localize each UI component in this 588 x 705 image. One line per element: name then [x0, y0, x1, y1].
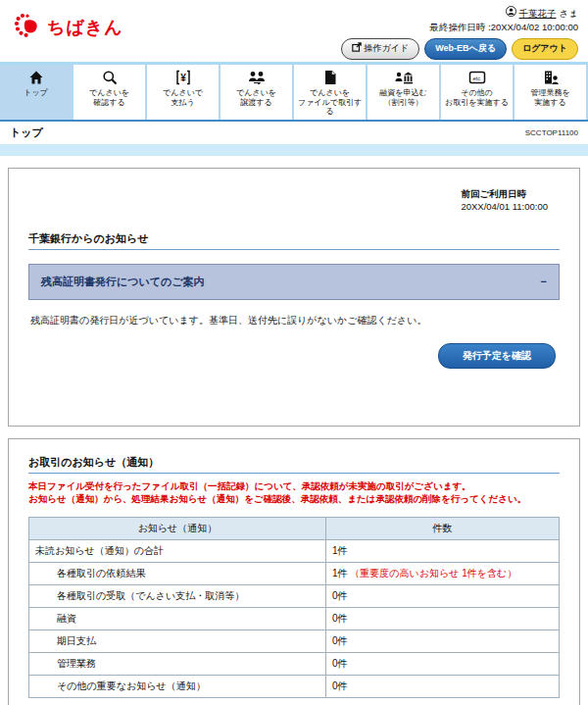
- bank-news-section-title: 千葉銀行からのお知らせ: [28, 231, 560, 250]
- bank-news-panel: 前回ご利用日時 20XX/04/01 11:00:00 千葉銀行からのお知らせ …: [8, 168, 580, 427]
- tab-densai-confirm[interactable]: でんさいを確認する: [74, 65, 147, 120]
- page-accent-band: [0, 144, 588, 156]
- user-icon: [506, 6, 516, 21]
- table-header-count: 件数: [325, 518, 559, 540]
- table-row: その他の重要なお知らせ（通知） 0件: [29, 676, 560, 698]
- svg-text:¥: ¥: [180, 73, 186, 83]
- table-row: 管理業務 0件: [29, 653, 560, 676]
- last-login-value: 20XX/04/01 11:00:00: [461, 201, 548, 212]
- table-row: 融資 0件: [29, 608, 560, 630]
- transaction-notice-panel: お取引のお知らせ（通知） 本日ファイル受付を行ったファイル取引（一括記録）につい…: [8, 438, 580, 705]
- table-row: 各種取引の依頼結果 1件 （重要度の高いお知らせ 1件を含む）: [29, 563, 560, 585]
- user-name: 千葉花子: [519, 7, 557, 21]
- tab-other-transactions[interactable]: etc. その他のお取引を実施する: [441, 65, 514, 120]
- table-row: 各種取引の受取（でんさい支払・取消等） 0件: [29, 585, 560, 608]
- table-row: 未読お知らせ（通知）の合計 1件: [29, 540, 560, 563]
- notice-body-text: 残高証明書の発行日が近づいています。基準日、送付先に誤りがないかご確認ください。: [30, 314, 558, 327]
- home-icon: [1, 69, 71, 86]
- bank-logo-text: ちばきん: [47, 16, 123, 39]
- flower-logo-icon: [14, 12, 41, 43]
- bank-logo: ちばきん: [14, 12, 123, 43]
- etc-icon: etc.: [442, 69, 512, 86]
- table-row: 期日支払 0件: [29, 630, 560, 653]
- transaction-section-title: お取引のお知らせ（通知）: [28, 455, 560, 474]
- last-login-label: 前回ご利用日時: [461, 188, 526, 199]
- last-operation-datetime: 最終操作日時 :20XX/04/02 10:00:00: [341, 21, 578, 34]
- approval-warning-text: 本日ファイル受付を行ったファイル取引（一括記録）について、承認依頼が未実施の取引…: [28, 479, 560, 506]
- collapse-icon[interactable]: −: [541, 276, 547, 287]
- tab-densai-file[interactable]: でんさいをファイルで取引する: [294, 65, 368, 120]
- yen-icon: ¥: [148, 69, 218, 86]
- external-link-icon: [352, 42, 362, 57]
- webeb-back-button[interactable]: Web-EBへ戻る: [424, 38, 507, 61]
- operation-guide-button[interactable]: 操作ガイド: [341, 38, 420, 61]
- user-info: 千葉花子 さま: [341, 6, 578, 21]
- svg-text:etc.: etc.: [472, 76, 481, 81]
- user-suffix: さま: [560, 7, 578, 21]
- people-transfer-icon: [221, 69, 291, 86]
- breadcrumb-current: トップ: [10, 126, 43, 140]
- tab-top[interactable]: トップ: [0, 65, 74, 120]
- issuance-schedule-button[interactable]: 発行予定を確認: [438, 343, 556, 369]
- notice-title: 残高証明書発行についてのご案内: [41, 275, 205, 289]
- tab-admin-tasks[interactable]: 管理業務を実施する: [514, 65, 588, 120]
- building-person-icon: [515, 69, 585, 86]
- app-header: ちばきん 千葉花子 さま 最終操作日時 :20XX/04/02 10:00:00…: [0, 0, 588, 62]
- search-icon: [74, 69, 144, 86]
- table-header-label: お知らせ（通知）: [29, 518, 326, 540]
- tab-loan-apply[interactable]: 融資を申込む（割引等）: [368, 65, 441, 120]
- logout-button[interactable]: ログアウト: [512, 38, 578, 61]
- balance-certificate-notice-header[interactable]: 残高証明書発行についてのご案内 −: [28, 264, 560, 300]
- screen-id: SCCTOP11100: [525, 128, 578, 137]
- notification-count-table: お知らせ（通知） 件数 未読お知らせ（通知）の合計 1件 各種取引の依頼結果 1…: [28, 517, 560, 698]
- main-navigation: トップ でんさいを確認する ¥ でんさいで支払う でんさいを譲渡する でんさいを…: [0, 65, 588, 120]
- person-bank-icon: [368, 69, 438, 86]
- tab-densai-pay[interactable]: ¥ でんさいで支払う: [147, 65, 220, 120]
- breadcrumb: トップ SCCTOP11100: [0, 122, 588, 143]
- file-icon: [295, 69, 365, 86]
- tab-densai-transfer[interactable]: でんさいを譲渡する: [220, 65, 294, 120]
